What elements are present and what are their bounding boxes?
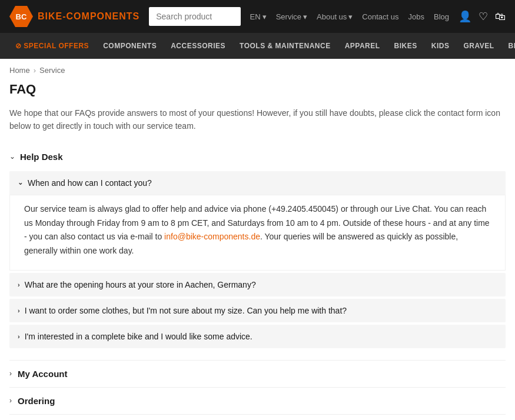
faq-question-contact: When and how can I contact you?: [28, 178, 152, 188]
faq-section-help-desk: ⌄ Help Desk ⌄ When and how can I contact…: [9, 149, 506, 348]
about-dropdown[interactable]: About us ▾: [317, 12, 353, 21]
search-input[interactable]: [149, 7, 240, 26]
account-icon[interactable]: 👤: [458, 10, 471, 23]
chevron-down-icon: ⌄: [9, 152, 15, 161]
nav-kids[interactable]: KIDS: [426, 33, 456, 59]
chevron-right-icon: ›: [18, 281, 20, 288]
chevron-right-icon: ›: [18, 307, 20, 314]
lang-dropdown[interactable]: EN ▾: [250, 12, 267, 21]
chevron-down-icon: ▾: [263, 12, 267, 21]
faq-question-store-hours: What are the opening hours at your store…: [25, 280, 256, 289]
nav-brands[interactable]: BRANDS: [503, 33, 515, 59]
faq-section-title: Help Desk: [20, 152, 63, 162]
breadcrumb-home[interactable]: Home: [9, 66, 30, 75]
faq-item-header-bike-advice[interactable]: › I'm interested in a complete bike and …: [9, 325, 506, 348]
logo-hex: BC: [9, 5, 33, 28]
faq-item-header-contact[interactable]: ⌄ When and how can I contact you?: [9, 171, 506, 195]
service-dropdown[interactable]: Service ▾: [276, 12, 307, 21]
faq-section-payment[interactable]: › Payment: [9, 414, 506, 420]
faq-item-header-size[interactable]: › I want to order some clothes, but I'm …: [9, 299, 506, 322]
contact-link[interactable]: Contact us: [362, 12, 398, 21]
search-bar: 🔍: [149, 7, 240, 26]
main-content: FAQ We hope that our FAQs provide answer…: [0, 82, 515, 420]
intro-text: We hope that our FAQs provide answers to…: [9, 106, 506, 133]
faq-item-bike-advice: › I'm interested in a complete bike and …: [9, 325, 506, 348]
page-title: FAQ: [9, 82, 506, 97]
nav-components[interactable]: COMPONENTS: [97, 33, 162, 59]
email-link[interactable]: info@bike-components.de: [164, 232, 260, 241]
faq-question-size: I want to order some clothes, but I'm no…: [25, 306, 347, 315]
nav-special-offers[interactable]: ⊘ SPECIAL OFFERS: [9, 33, 95, 59]
faq-section-my-account[interactable]: › My Account: [9, 360, 506, 387]
faq-section-ordering[interactable]: › Ordering: [9, 387, 506, 414]
chevron-right-icon: ›: [18, 333, 20, 340]
chevron-right-icon: ›: [9, 369, 12, 378]
nav-gravel[interactable]: GRAVEL: [457, 33, 500, 59]
main-nav: ⊘ SPECIAL OFFERS COMPONENTS ACCESSORIES …: [0, 33, 515, 59]
header: BC BIKE-COMPONENTS 🔍 EN ▾ Service ▾ Abou…: [0, 0, 515, 33]
chevron-down-icon: ▾: [348, 12, 353, 21]
chevron-down-icon: ⌄: [18, 179, 23, 186]
breadcrumb: Home › Service: [0, 59, 515, 82]
nav-apparel[interactable]: APPAREL: [339, 33, 386, 59]
blog-link[interactable]: Blog: [434, 12, 449, 21]
chevron-down-icon: ▾: [303, 12, 307, 21]
nav-accessories[interactable]: ACCESSORIES: [165, 33, 231, 59]
nav-tools-maintenance[interactable]: TOOLS & MAINTENANCE: [234, 33, 337, 59]
logo-text: BIKE-COMPONENTS: [38, 11, 139, 22]
header-right: EN ▾ Service ▾ About us ▾ Contact us Job…: [250, 12, 449, 21]
faq-answer-contact: Our service team is always glad to offer…: [9, 195, 506, 271]
faq-item-contact: ⌄ When and how can I contact you? Our se…: [9, 171, 506, 271]
nav-bikes[interactable]: BIKES: [388, 33, 423, 59]
jobs-link[interactable]: Jobs: [408, 12, 424, 21]
chevron-right-icon: ›: [9, 396, 12, 405]
faq-item-store-hours: › What are the opening hours at your sto…: [9, 273, 506, 296]
faq-item-size: › I want to order some clothes, but I'm …: [9, 299, 506, 322]
logo-icon: BC: [16, 12, 27, 21]
faq-section-title-my-account: My Account: [18, 369, 67, 379]
wishlist-icon[interactable]: ♡: [479, 10, 488, 23]
breadcrumb-current: Service: [39, 66, 65, 75]
faq-section-title-ordering: Ordering: [18, 396, 55, 406]
cart-icon[interactable]: 🛍: [495, 11, 506, 23]
logo[interactable]: BC BIKE-COMPONENTS: [9, 5, 139, 28]
faq-question-bike-advice: I'm interested in a complete bike and I …: [25, 332, 252, 341]
header-icons: 👤 ♡ 🛍: [458, 10, 506, 23]
faq-item-header-store-hours[interactable]: › What are the opening hours at your sto…: [9, 273, 506, 296]
breadcrumb-separator: ›: [34, 66, 36, 75]
faq-section-header-help-desk[interactable]: ⌄ Help Desk: [9, 149, 506, 164]
